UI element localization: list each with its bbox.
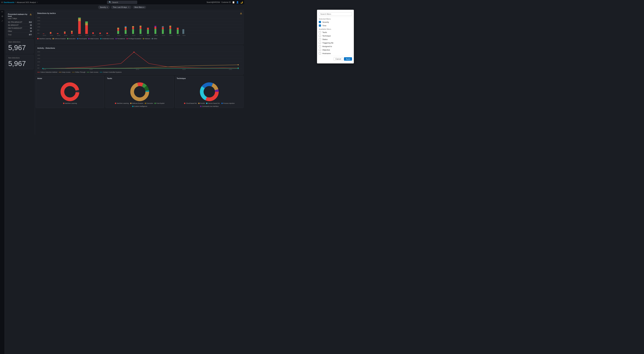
legend-malware: Malware: [143, 38, 150, 39]
tactic-post-dot: [154, 103, 156, 104]
technique-sensor-dot: [206, 103, 208, 104]
new-detections-label: New detections: [8, 57, 31, 59]
svg-rect-71: [177, 29, 179, 34]
nav-notifications-icon[interactable]: 📋: [232, 1, 235, 3]
svg-point-94: [42, 68, 44, 69]
svg-rect-49: [132, 27, 134, 29]
svg-text:02/07: 02/07: [71, 35, 74, 36]
prevented-malware-titles: Prevented malware by host Last 7 days: [8, 13, 30, 19]
technique-legend-rootkit: Rootkit: [198, 103, 205, 104]
svg-rect-61: [155, 26, 156, 27]
warning-icon: ⚠: [30, 13, 32, 16]
technique-cloud-label: Cloud-based ML: [186, 103, 197, 104]
technique-legend-proc-inject: Process Injection: [221, 103, 235, 104]
actor-ml-label: Machine Learning: [65, 103, 77, 104]
keep-access-label: Keep Access: [62, 71, 70, 73]
host-count-0: 812: [29, 21, 32, 23]
svg-rect-29: [85, 25, 88, 34]
nav-dashboards-link[interactable]: Dashboards: [4, 1, 14, 3]
nav-theme-icon[interactable]: 🌙: [240, 1, 243, 3]
svg-text:2400: 2400: [37, 17, 40, 18]
contact-label: Contact Controlled Systems: [103, 71, 122, 73]
nav-bookmark-icon[interactable]: ☆: [36, 1, 38, 3]
host-row-0: SE-TPA-WIN10-DT 812: [8, 21, 32, 24]
svg-text:02/01: 02/01: [43, 69, 46, 70]
sidebar-edit-icon[interactable]: ✏: [1, 10, 3, 13]
svg-rect-44: [125, 28, 126, 30]
sidebar-settings-icon[interactable]: ⚙: [1, 15, 3, 17]
activity-title: Activity - Detections: [37, 47, 242, 49]
svg-rect-12: [43, 34, 44, 34]
actor-ml-dot: [63, 103, 64, 104]
svg-text:800: 800: [37, 30, 40, 31]
actor-legend-ml: Machine Learning: [63, 103, 77, 104]
technique-legend-cli: Command-Line Interface: [200, 106, 218, 107]
svg-text:400: 400: [37, 33, 40, 34]
tactic-exec-dot: [145, 103, 146, 104]
legend-initial-access: Initial Access: [88, 38, 99, 39]
svg-text:1800: 1800: [37, 54, 40, 56]
pe-dot: [77, 38, 78, 39]
legend-defense-evasion: Defense Evasion: [52, 38, 66, 39]
host-row-2: OW-TH-W2019-DT 16: [8, 27, 32, 30]
svg-rect-17: [57, 33, 58, 34]
svg-rect-31: [85, 21, 88, 23]
bottom-row: Actor Machine Learning: [35, 75, 244, 109]
svg-rect-37: [106, 33, 108, 34]
svg-rect-19: [64, 32, 66, 34]
nav-user-info[interactable]: Search@04f153sf: [206, 1, 220, 3]
tactic-legend-exec: Execution: [145, 103, 153, 104]
svg-text:2000: 2000: [37, 20, 40, 21]
technique-cloud-dot: [184, 103, 185, 104]
de-dot: [52, 38, 54, 39]
actor-title: Actor: [37, 77, 103, 79]
de-label: Defense Evasion: [54, 38, 66, 39]
ml-label: Machine Learning: [39, 38, 51, 39]
filter-bar: Severity ▾ Time: Last 30 days ✕ More fil…: [0, 5, 244, 10]
prevented-malware-title: Prevented malware by host: [8, 13, 30, 17]
svg-rect-22: [71, 32, 72, 34]
activity-legend: Falcon Detection Method Keep Access Foll…: [37, 71, 242, 73]
host-name-2: OW-TH-W2019-DT: [8, 27, 22, 29]
contact-line: [100, 72, 102, 72]
more-filters-button[interactable]: More filters ▾: [133, 6, 146, 9]
detections-by-tactics-card: Detections by tactics ⚠ 2400 2000: [36, 11, 244, 44]
tactic-legend-custom: Custom Intelligence: [132, 106, 147, 107]
svg-text:Other: Other: [182, 35, 186, 36]
nav-breadcrumb-arrow: >: [15, 1, 16, 3]
technique-title: Technique: [176, 77, 242, 79]
tactics-title-text: Detections by tactics: [37, 12, 56, 14]
svg-rect-67: [170, 29, 171, 34]
time-filter-chip[interactable]: Time: Last 30 days ✕: [111, 6, 131, 9]
tactic-title: Tactic: [107, 77, 172, 79]
svg-text:02/08: 02/08: [90, 69, 92, 70]
severity-filter-chip[interactable]: Severity ▾: [98, 5, 110, 9]
pers-label: Persistence: [117, 38, 125, 39]
tactic-donut-container: [107, 82, 172, 102]
svg-text:03/01: 03/01: [229, 69, 232, 70]
sidebar-expand-icon[interactable]: ⤢: [1, 19, 3, 22]
nav-user-icon[interactable]: 👤: [236, 1, 239, 3]
new-detections-value: 5,967: [8, 60, 31, 67]
tactic-custom-label: Custom Intelligence: [134, 106, 147, 107]
svg-text:02/10: 02/10: [92, 35, 96, 36]
follow-through-line: [72, 72, 75, 72]
svg-text:02/12: 02/12: [106, 35, 110, 36]
svg-text:02/15: 02/15: [136, 69, 139, 70]
svg-text:02/22: 02/22: [182, 69, 186, 70]
pe-label: Post-Exploit: [79, 38, 87, 39]
tactic-custom-dot: [132, 106, 134, 107]
svg-rect-46: [125, 26, 126, 27]
global-search-bar[interactable]: 🔍 Search: [107, 1, 137, 4]
host-name-0: SE-TPA-WIN10-DT: [8, 21, 22, 23]
sidebar-icons: ⊞ ✏ ⚙ ⤢: [0, 5, 5, 135]
exec-dot: [67, 38, 68, 39]
legend-falcon: Falcon Detection Method: [37, 71, 57, 73]
svg-rect-45: [125, 27, 126, 28]
nav-page-title: Advanced SOC Analyst: [16, 1, 36, 3]
time-filter-clear-icon[interactable]: ✕: [128, 6, 130, 8]
svg-rect-60: [155, 27, 156, 29]
host-row-1: SE-WIN10-DT 33: [8, 24, 32, 27]
nav-customer-id[interactable]: Customer ID: [221, 1, 231, 3]
activity-chart: 2000 1800 1400 1000 600 200: [37, 50, 242, 70]
